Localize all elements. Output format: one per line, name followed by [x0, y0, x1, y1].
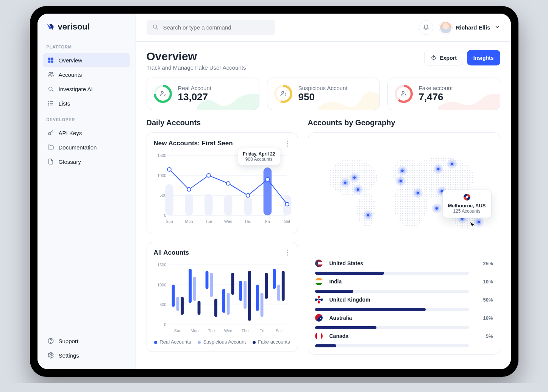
- svg-point-1104: [364, 225, 365, 226]
- svg-point-451: [419, 177, 420, 178]
- svg-point-670: [462, 187, 463, 188]
- svg-point-937: [361, 211, 362, 212]
- svg-point-663: [445, 187, 447, 188]
- svg-point-659: [436, 187, 437, 188]
- svg-text:Thu: Thu: [241, 328, 248, 333]
- sidebar-item-settings[interactable]: Settings: [43, 348, 130, 362]
- svg-point-404: [436, 175, 437, 176]
- svg-point-328: [366, 172, 367, 173]
- svg-point-538: [356, 182, 358, 183]
- svg-point-268: [347, 170, 348, 171]
- svg-point-315: [335, 172, 336, 173]
- svg-point-417: [467, 175, 468, 176]
- svg-point-851: [364, 201, 365, 202]
- svg-point-412: [455, 175, 456, 176]
- svg-point-1077: [469, 220, 470, 221]
- svg-point-880: [402, 204, 403, 205]
- svg-point-702: [428, 189, 429, 190]
- sidebar-item-investigate[interactable]: Investigate AI: [43, 82, 130, 96]
- svg-point-110: [426, 160, 427, 162]
- country-row: United Kingdom50%: [315, 296, 493, 311]
- svg-point-1112: [417, 225, 418, 226]
- search-input[interactable]: [162, 24, 270, 31]
- svg-point-559: [428, 182, 429, 183]
- sidebar-item-apikeys[interactable]: API Keys: [43, 126, 130, 140]
- svg-point-568: [450, 182, 451, 183]
- svg-point-867: [421, 201, 422, 202]
- svg-point-1067: [417, 220, 418, 221]
- svg-point-1123: [467, 227, 468, 229]
- svg-point-520: [457, 179, 458, 180]
- sidebar-item-overview[interactable]: Overview: [43, 53, 130, 67]
- svg-point-97: [349, 160, 350, 162]
- svg-point-872: [364, 204, 365, 205]
- svg-point-396: [417, 175, 418, 176]
- svg-rect-81: [277, 285, 280, 300]
- svg-point-467: [457, 177, 458, 178]
- svg-point-973: [397, 213, 398, 214]
- svg-point-474: [330, 179, 331, 180]
- svg-point-695: [412, 189, 413, 190]
- svg-point-938: [364, 211, 365, 212]
- svg-point-812: [412, 196, 413, 198]
- svg-point-208: [462, 165, 463, 166]
- svg-point-810: [407, 196, 408, 198]
- sidebar-item-docs[interactable]: Documentation: [43, 140, 130, 154]
- svg-point-438: [373, 177, 375, 178]
- svg-point-529: [335, 182, 336, 183]
- svg-point-111: [428, 160, 429, 162]
- svg-point-353: [443, 172, 444, 173]
- svg-point-188: [414, 165, 415, 166]
- svg-point-515: [445, 179, 447, 180]
- svg-point-650: [414, 187, 415, 188]
- svg-point-381: [366, 175, 367, 176]
- svg-point-808: [402, 196, 403, 198]
- svg-point-588: [354, 184, 355, 185]
- svg-point-265: [340, 170, 341, 171]
- svg-point-839: [404, 199, 406, 200]
- country-row: Australia10%: [315, 314, 493, 329]
- svg-rect-65: [210, 273, 213, 297]
- svg-point-605: [419, 184, 420, 185]
- svg-point-870: [359, 204, 360, 205]
- sidebar-item-accounts[interactable]: Accounts: [43, 67, 130, 82]
- sidebar-item-label: Support: [59, 338, 79, 344]
- svg-point-809: [404, 196, 406, 198]
- insights-button[interactable]: Insights: [467, 50, 500, 65]
- svg-point-580: [335, 184, 336, 185]
- svg-point-916: [364, 208, 365, 209]
- svg-point-504: [419, 179, 420, 180]
- svg-point-1132: [356, 188, 359, 191]
- sidebar-item-support[interactable]: Support: [43, 334, 130, 348]
- svg-point-800: [361, 196, 362, 198]
- sidebar-item-glossary[interactable]: Glossary: [43, 154, 130, 169]
- svg-point-925: [404, 208, 406, 209]
- svg-point-476: [335, 179, 336, 180]
- svg-point-313: [330, 172, 331, 173]
- svg-point-641: [366, 187, 367, 188]
- svg-point-617: [448, 184, 449, 185]
- svg-text:Fri: Fri: [259, 328, 264, 333]
- svg-rect-31: [205, 194, 213, 215]
- svg-point-447: [409, 177, 411, 178]
- svg-point-338: [407, 172, 408, 173]
- svg-point-1025: [359, 218, 360, 219]
- svg-point-581: [337, 184, 339, 185]
- more-button[interactable]: ⋮: [284, 250, 291, 255]
- sidebar-item-lists[interactable]: Lists: [43, 96, 130, 110]
- svg-point-406: [440, 175, 442, 176]
- notifications-button[interactable]: [419, 20, 433, 35]
- more-button[interactable]: ⋮: [284, 142, 291, 146]
- svg-point-466: [455, 177, 456, 178]
- search-input-wrap[interactable]: [147, 20, 275, 35]
- svg-point-837: [400, 199, 401, 200]
- export-button[interactable]: Export: [424, 50, 463, 65]
- svg-point-624: [464, 184, 465, 185]
- svg-point-272: [356, 170, 358, 171]
- svg-point-393: [409, 175, 411, 176]
- user-menu[interactable]: Richard Ellis: [439, 21, 500, 34]
- svg-point-123: [457, 160, 458, 162]
- svg-point-629: [337, 187, 339, 188]
- svg-point-524: [467, 179, 468, 180]
- svg-point-169: [345, 165, 346, 166]
